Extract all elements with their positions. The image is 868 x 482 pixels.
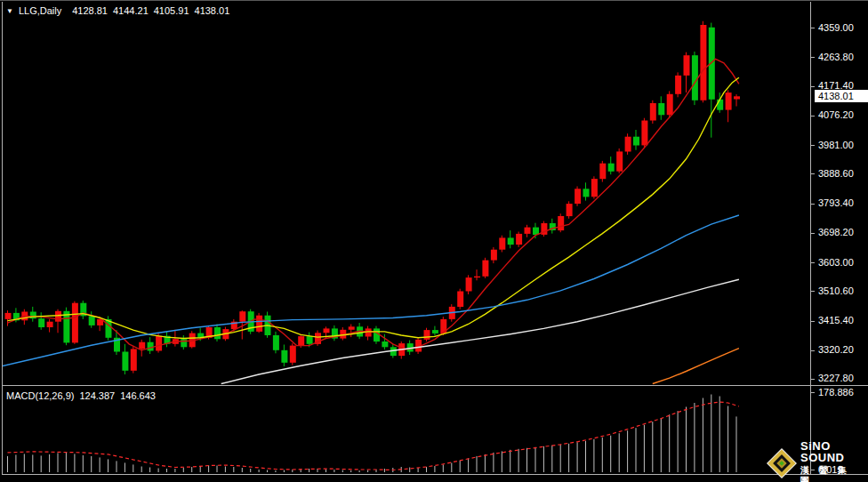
- ma-blue-line: [3, 215, 739, 366]
- macd-axis-max: 178.886: [818, 387, 854, 398]
- ohlc-low: 4105.91: [154, 5, 189, 17]
- ma-orange-line: [653, 349, 739, 384]
- macd-axis-min-tick: [810, 470, 815, 470]
- pane-splitter[interactable]: [2, 385, 868, 386]
- price-axis-label: 3320.20: [818, 344, 854, 356]
- price-axis-label-tick: [810, 86, 815, 87]
- ma-fast-red-line: [8, 59, 739, 349]
- price-axis-label-tick: [810, 28, 815, 28]
- macd-info-bar: MACD(12,26,9) 124.387 146.643: [6, 390, 156, 402]
- ma-yellow-line: [8, 77, 739, 338]
- price-axis-line[interactable]: [810, 2, 811, 474]
- price-axis-label-tick: [810, 173, 815, 174]
- symbol-info-bar: ▼ LLG,Daily 4128.81 4144.21 4105.91 4138…: [6, 5, 229, 17]
- ohlc-high: 4144.21: [113, 5, 149, 17]
- window-top-border: [0, 0, 868, 1]
- price-axis-label-tick: [810, 204, 815, 205]
- price-axis-label-tick: [810, 233, 815, 234]
- watermark-title: SiNO SOUND: [800, 440, 868, 463]
- macd-axis-min: 0.019: [818, 464, 843, 476]
- price-axis-label-tick: [810, 321, 815, 322]
- macd-indicator-name: MACD(12,26,9): [6, 390, 74, 402]
- price-axis-label-tick: [810, 116, 815, 116]
- price-axis-label: 3510.60: [818, 285, 854, 297]
- price-axis-label: 3603.00: [818, 257, 854, 269]
- chart-bottom-border: [2, 474, 868, 475]
- price-axis-label: 3793.40: [818, 197, 854, 209]
- macd-main-value: 124.387: [79, 390, 115, 402]
- price-axis-label-tick: [810, 379, 815, 380]
- symbol-title: LLG,Daily: [19, 5, 61, 17]
- current-price-tag: 4138.01: [815, 90, 868, 102]
- symbol-dropdown-icon[interactable]: ▼: [6, 5, 13, 17]
- candles-layer[interactable]: [5, 21, 741, 374]
- price-axis-label: 4076.20: [818, 109, 854, 121]
- macd-axis-max-tick: [810, 392, 815, 393]
- price-axis-label: 3888.60: [818, 168, 854, 180]
- price-axis-label-tick: [810, 291, 815, 292]
- macd-signal-value: 146.643: [120, 390, 156, 402]
- ohlc-open: 4128.81: [72, 5, 108, 17]
- candlestick-chart[interactable]: [3, 2, 810, 385]
- price-axis-label-tick: [810, 57, 815, 58]
- price-axis-label-tick: [810, 350, 815, 351]
- ohlc-close: 4138.01: [195, 5, 230, 17]
- mt4-chart-window: ▼ LLG,Daily 4128.81 4144.21 4105.91 4138…: [0, 0, 868, 482]
- macd-bars-layer[interactable]: [7, 395, 737, 473]
- sino-sound-logo-icon: [767, 448, 797, 478]
- price-axis-label-tick: [810, 145, 815, 146]
- price-axis-label: 4263.80: [818, 52, 854, 63]
- price-axis-label: 3227.80: [818, 373, 854, 384]
- price-axis-label: 3415.40: [818, 315, 854, 326]
- price-axis-label: 3698.20: [818, 227, 854, 238]
- macd-signal-line: [8, 402, 739, 470]
- price-axis-label: 4359.00: [818, 22, 854, 34]
- chart-left-border: [2, 2, 3, 474]
- price-axis-label-tick: [810, 262, 815, 263]
- price-axis-label: 3981.00: [818, 140, 854, 151]
- broker-watermark: SiNO SOUND 漢 聲 集 團: [767, 440, 868, 482]
